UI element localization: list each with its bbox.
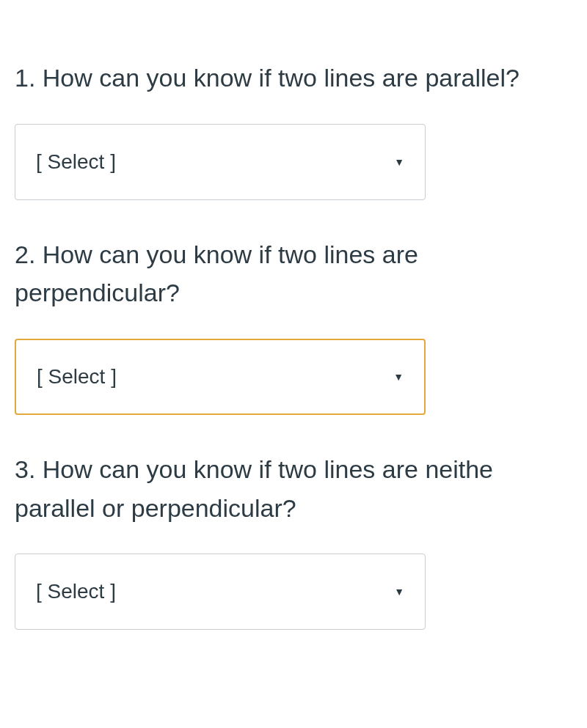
question-number: 1. xyxy=(15,64,35,92)
select-placeholder: [ Select ] xyxy=(36,150,116,174)
question-text: 2. How can you know if two lines are per… xyxy=(15,235,572,312)
select-dropdown-2[interactable]: [ Select ] ▼ xyxy=(15,339,426,415)
question-1: 1. How can you know if two lines are par… xyxy=(15,59,572,200)
select-dropdown-3[interactable]: [ Select ] ▼ xyxy=(15,554,426,630)
question-number: 2. xyxy=(15,240,35,268)
question-text: 3. How can you know if two lines are nei… xyxy=(15,450,572,527)
question-body: How can you know if two lines are perpen… xyxy=(15,240,418,307)
question-text: 1. How can you know if two lines are par… xyxy=(15,59,572,98)
question-2: 2. How can you know if two lines are per… xyxy=(15,235,572,415)
select-dropdown-1[interactable]: [ Select ] ▼ xyxy=(15,124,426,200)
chevron-down-icon: ▼ xyxy=(393,372,404,382)
question-body: How can you know if two lines are parall… xyxy=(43,64,519,92)
select-placeholder: [ Select ] xyxy=(36,580,116,603)
chevron-down-icon: ▼ xyxy=(394,587,404,597)
question-body: How can you know if two lines are neithe… xyxy=(15,455,493,522)
select-placeholder: [ Select ] xyxy=(37,365,117,389)
chevron-down-icon: ▼ xyxy=(394,157,404,167)
question-number: 3. xyxy=(15,455,35,483)
question-3: 3. How can you know if two lines are nei… xyxy=(15,450,572,630)
